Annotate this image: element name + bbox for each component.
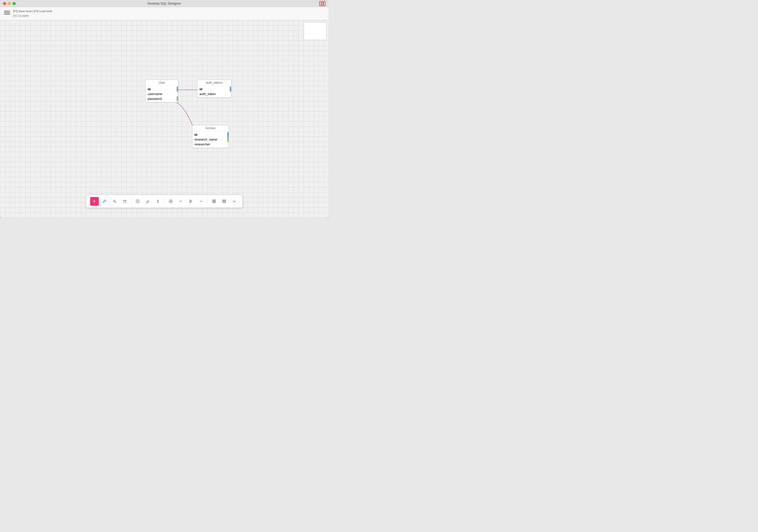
menu-button[interactable] — [3, 9, 11, 16]
field-user-username: username — [146, 91, 178, 96]
relate-button[interactable] — [177, 197, 185, 206]
svg-rect-15 — [223, 201, 225, 202]
svg-rect-10 — [212, 200, 214, 201]
more-button[interactable] — [230, 197, 238, 206]
divider-2 — [164, 198, 164, 204]
svg-rect-0 — [321, 2, 322, 3]
bottom-toolbar: + — [86, 195, 243, 208]
table-user-body: id username password — [146, 86, 178, 102]
svg-point-8 — [190, 200, 190, 201]
field-archive-research-name: research_name — [192, 137, 228, 142]
field-archive-id: id — [192, 132, 228, 137]
minimize-button[interactable] — [8, 2, 11, 5]
traffic-lights — [3, 2, 16, 5]
table-user[interactable]: User id username password — [145, 80, 178, 102]
edit-field-button[interactable] — [143, 197, 152, 206]
add-table-button[interactable]: + — [90, 197, 99, 206]
svg-rect-16 — [223, 202, 225, 203]
svg-rect-2 — [321, 4, 322, 5]
layout-toggle-button[interactable] — [319, 1, 326, 6]
minimap — [304, 22, 327, 40]
field-user-id: id — [146, 87, 178, 91]
table-archive-header: Archive — [192, 125, 228, 131]
svg-rect-14 — [223, 200, 225, 200]
delete-button[interactable] — [121, 197, 129, 206]
svg-rect-3 — [323, 4, 324, 5]
field-auth-token: auth_token — [197, 91, 231, 96]
window-title: Desktop SQL Designer — [147, 2, 181, 5]
field-auth-id-bar — [230, 87, 231, 91]
table-archive-body: id research_name researcher — [192, 131, 228, 148]
canvas[interactable]: User id username password auth_tokens id — [0, 20, 328, 218]
svg-rect-13 — [214, 201, 215, 203]
table-user-header: User — [146, 80, 178, 86]
close-button[interactable] — [3, 2, 6, 5]
table-auth-tokens[interactable]: auth_tokens id auth_token — [197, 80, 231, 98]
shortcuts-text: [F2] Save local | [F4] Load local [+] / … — [13, 9, 52, 18]
svg-point-4 — [113, 200, 115, 202]
field-user-password: password — [146, 96, 178, 101]
edit-button[interactable] — [100, 197, 109, 206]
field-archive-researcher: researcher — [192, 142, 228, 147]
cut-button[interactable] — [187, 197, 195, 206]
connectors-svg — [0, 20, 328, 218]
main-window: Desktop SQL Designer [F2] Save local | [… — [0, 0, 328, 218]
field-archive-id-bar — [227, 132, 228, 137]
add-field-button[interactable] — [133, 197, 142, 206]
toolbar-area: [F2] Save local | [F4] Load local [+] / … — [0, 7, 328, 20]
field-user-id-bar — [177, 87, 178, 91]
maximize-button[interactable] — [13, 2, 16, 5]
grid-view-button[interactable] — [210, 197, 218, 206]
move-field-button[interactable] — [154, 197, 162, 206]
svg-rect-11 — [214, 200, 215, 201]
divider-3 — [207, 198, 208, 204]
field-user-password-bar — [177, 96, 178, 101]
field-archive-research-name-bar — [227, 137, 228, 142]
table-auth-tokens-header: auth_tokens — [197, 80, 231, 86]
minus-button[interactable] — [197, 197, 205, 206]
play-button[interactable] — [166, 197, 175, 206]
field-auth-id: id — [197, 87, 231, 91]
table-archive[interactable]: Archive id research_name researcher — [192, 125, 229, 148]
svg-point-7 — [190, 202, 190, 203]
titlebar: Desktop SQL Designer — [0, 0, 328, 7]
list-view-button[interactable] — [220, 197, 228, 206]
svg-rect-12 — [212, 201, 214, 203]
svg-rect-9 — [200, 201, 202, 202]
table-auth-tokens-body: id auth_token — [197, 86, 231, 97]
key-button[interactable] — [110, 197, 119, 206]
svg-rect-1 — [323, 2, 324, 3]
